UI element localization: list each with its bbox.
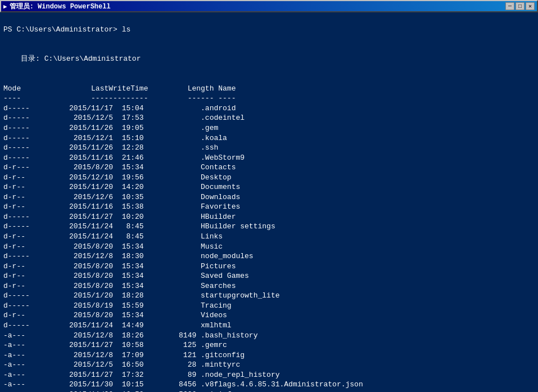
- list-item: d----- 2015/8/19 15:59 Tracing: [3, 301, 535, 311]
- list-item: d----- 2015/11/17 15:04 .android: [3, 103, 535, 114]
- titlebar-title-area: ▶ 管理员: Windows PowerShell: [3, 2, 111, 11]
- list-item: d----- 2015/11/26 12:28 .ssh: [3, 143, 535, 153]
- window-title: 管理员: Windows PowerShell: [10, 2, 111, 11]
- terminal-window[interactable]: PS C:\Users\Administrator> ls 目录: C:\Use…: [0, 12, 538, 392]
- list-item: d----- 2015/11/24 14:49 xmlhtml: [3, 321, 535, 331]
- minimize-button[interactable]: ─: [505, 2, 514, 10]
- list-item: d----- 2015/1/20 18:28 startupgrowth_lit…: [3, 291, 535, 301]
- list-item: d----- 2015/11/24 8:45 HBuilder settings: [3, 222, 535, 232]
- list-item: d-r--- 2015/8/20 15:34 Contacts: [3, 163, 535, 173]
- column-header: Mode LastWriteTime Length Name: [3, 84, 236, 93]
- list-item: d-r-- 2015/8/20 15:34 Videos: [3, 310, 535, 321]
- list-item: d----- 2015/12/8 18:30 node_modules: [3, 251, 535, 262]
- list-item: d-r-- 2015/8/20 15:34 Saved Games: [3, 271, 535, 281]
- list-item: d-r-- 2015/11/24 8:45 Links: [3, 232, 535, 242]
- list-item: -a--- 2015/11/27 17:32 89 .node_repl_his…: [3, 370, 535, 380]
- list-item: d----- 2015/12/5 17:53 .codeintel: [3, 113, 535, 123]
- powershell-icon: ▶: [3, 3, 7, 10]
- column-divider: ---- ------------- ------ ----: [3, 94, 236, 102]
- list-item: -a--- 2015/11/27 10:58 125 .gemrc: [3, 340, 535, 350]
- list-item: d----- 2015/11/16 21:46 .WebStorm9: [3, 153, 535, 163]
- titlebar: ▶ 管理员: Windows PowerShell ─ □ ✕: [0, 0, 538, 12]
- list-item: -a--- 2015/12/5 16:50 28 .minttyrc: [3, 360, 535, 370]
- maximize-button[interactable]: □: [516, 2, 525, 10]
- list-item: d-r-- 2015/8/20 15:34 Music: [3, 242, 535, 252]
- list-item: d-r-- 2015/8/20 15:34 Searches: [3, 281, 535, 291]
- prompt-top: PS C:\Users\Administrator> ls: [3, 25, 130, 34]
- directory-label: 目录: C:\Users\Administrator: [3, 55, 141, 63]
- list-item: d----- 2015/12/1 15:10 .koala: [3, 133, 535, 143]
- list-item: d----- 2015/11/27 10:20 HBuilder: [3, 212, 535, 222]
- list-item: -a--- 2015/12/8 17:09 121 .gitconfig: [3, 350, 535, 361]
- window-controls[interactable]: ─ □ ✕: [505, 2, 535, 10]
- list-item: d-r-- 2015/11/20 14:20 Documents: [3, 182, 535, 192]
- list-item: d-r-- 2015/11/16 15:38 Favorites: [3, 202, 535, 212]
- list-item: d-r-- 2015/8/20 15:34 Pictures: [3, 262, 535, 272]
- list-item: d-r-- 2015/12/6 10:35 Downloads: [3, 192, 535, 202]
- list-item: -a--- 2015/12/8 18:26 8149 .bash_history: [3, 331, 535, 341]
- close-button[interactable]: ✕: [526, 2, 535, 10]
- list-item: -a--- 2015/11/26 16:50 5686 .viminfo: [3, 390, 535, 392]
- list-item: -a--- 2015/11/30 10:15 8456 .v8flags.4.6…: [3, 380, 535, 390]
- list-item: d-r-- 2015/12/10 19:56 Desktop: [3, 173, 535, 183]
- directory-listing: d----- 2015/11/17 15:04 .androidd----- 2…: [3, 103, 535, 392]
- list-item: d----- 2015/11/26 19:05 .gem: [3, 123, 535, 133]
